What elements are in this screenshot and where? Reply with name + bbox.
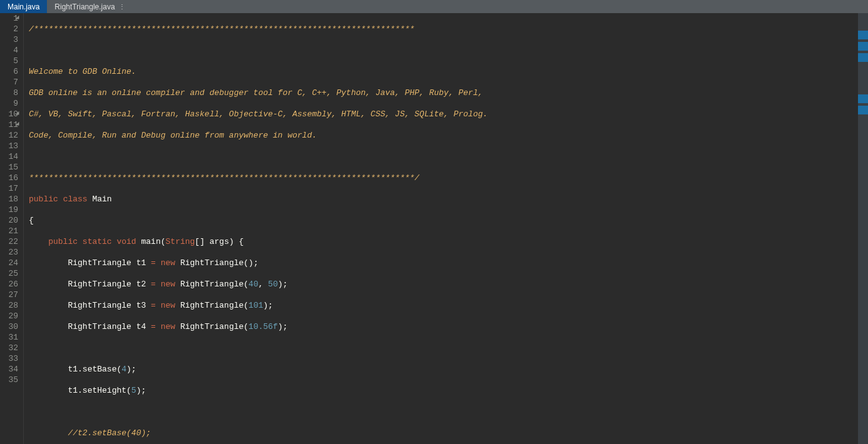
line-number: 19	[3, 204, 18, 215]
code-text: 101	[248, 301, 263, 310]
line-number: 7	[3, 77, 18, 88]
code-text: =	[151, 301, 156, 310]
line-number: 30	[3, 321, 18, 332]
line-number: 18	[3, 194, 18, 204]
line-number: 13	[3, 141, 18, 151]
line-number: 17	[3, 183, 18, 194]
code-text: 10.56f	[248, 322, 278, 331]
tab-menu-icon[interactable]: ⋮	[119, 3, 125, 10]
code-text: RightTriangle t2	[68, 280, 151, 289]
line-number: 1	[3, 13, 18, 24]
code-text: Welcome to GDB Online.	[29, 67, 136, 76]
code-text: new	[161, 280, 175, 289]
line-number: 27	[3, 290, 18, 300]
code-text: );	[136, 386, 146, 395]
code-text: ****************************************…	[29, 173, 419, 183]
line-number: 9	[3, 98, 18, 109]
scroll-marker	[858, 106, 868, 114]
code-text: Main	[92, 194, 111, 204]
code-text: =	[151, 280, 156, 289]
line-number: 34	[3, 364, 18, 375]
fold-icon[interactable]	[16, 122, 21, 127]
code-text: =	[151, 258, 156, 268]
line-number: 15	[3, 162, 18, 173]
code-text: RightTriangle t1	[68, 258, 151, 268]
scroll-marker	[858, 31, 868, 39]
code-text: );	[278, 280, 288, 289]
code-text: [] args) {	[195, 237, 243, 246]
code-text: void	[116, 237, 136, 246]
line-number: 2	[3, 24, 18, 34]
code-text: );	[263, 301, 273, 310]
line-number: 23	[3, 247, 18, 258]
line-number: 28	[3, 300, 18, 311]
code-text: main	[141, 237, 161, 246]
tab-label: RightTriangle.java	[54, 3, 115, 11]
line-gutter: 1234567891011121314151617181920212223242…	[0, 13, 24, 444]
code-text: 5	[131, 386, 136, 395]
code-text: t1.setHeight(	[68, 386, 131, 395]
line-number: 21	[3, 226, 18, 236]
code-text: String	[166, 237, 195, 246]
code-text: //t2.setBase(40);	[68, 428, 151, 438]
code-text: {	[29, 216, 34, 225]
line-number: 33	[3, 353, 18, 364]
editor-area: 1234567891011121314151617181920212223242…	[0, 13, 868, 444]
scroll-marker	[858, 94, 868, 103]
code-text: new	[161, 301, 175, 310]
code-text: RightTriangle();	[175, 258, 258, 268]
line-number: 4	[3, 45, 18, 56]
code-text: new	[161, 258, 175, 268]
code-text: );	[126, 365, 136, 374]
line-number: 11	[3, 119, 18, 130]
line-number: 24	[3, 258, 18, 268]
scrollbar[interactable]	[858, 13, 868, 444]
line-number: 10	[3, 109, 18, 119]
line-number: 25	[3, 268, 18, 279]
code-text: 50	[268, 280, 278, 289]
code-text: class	[63, 194, 88, 204]
code-text: t1.setBase(	[68, 365, 121, 374]
code-editor[interactable]: /***************************************…	[24, 13, 858, 444]
line-number: 20	[3, 215, 18, 226]
line-number: 22	[3, 236, 18, 247]
code-text: RightTriangle(	[175, 280, 248, 289]
scroll-marker	[858, 42, 868, 51]
line-number: 26	[3, 279, 18, 290]
line-number: 12	[3, 130, 18, 141]
line-number: 6	[3, 66, 18, 77]
tab-label: Main.java	[8, 3, 39, 11]
code-text: C#, VB, Swift, Pascal, Fortran, Haskell,…	[29, 109, 488, 119]
fold-icon[interactable]	[16, 16, 21, 21]
code-text: static	[83, 237, 112, 246]
code-text: RightTriangle t4	[68, 322, 151, 331]
tab-righttriangle-java[interactable]: RightTriangle.java ⋮	[47, 0, 132, 13]
code-text: Code, Compile, Run and Debug online from…	[29, 131, 317, 140]
code-text: 4	[121, 365, 126, 374]
line-number: 3	[3, 34, 18, 45]
code-text: RightTriangle(	[175, 322, 248, 331]
code-text: RightTriangle t3	[68, 301, 151, 310]
line-number: 31	[3, 332, 18, 343]
code-text: =	[151, 322, 156, 331]
code-text: 40	[248, 280, 258, 289]
code-text: ,	[258, 280, 268, 289]
line-number: 5	[3, 56, 18, 66]
code-text: public	[29, 194, 58, 204]
scroll-marker	[858, 53, 868, 62]
line-number: 35	[3, 375, 18, 385]
code-text: /***************************************…	[29, 24, 414, 34]
line-number: 14	[3, 151, 18, 162]
code-text: new	[161, 322, 175, 331]
code-text: RightTriangle(	[175, 301, 248, 310]
line-number: 29	[3, 311, 18, 321]
tab-bar: Main.java RightTriangle.java ⋮	[0, 0, 868, 13]
code-text: GDB online is an online compiler and deb…	[29, 88, 483, 98]
code-text: public	[48, 237, 78, 246]
code-text: );	[278, 322, 288, 331]
line-number: 8	[3, 88, 18, 98]
fold-icon[interactable]	[16, 111, 21, 116]
tab-main-java[interactable]: Main.java	[0, 0, 47, 13]
line-number: 32	[3, 343, 18, 353]
line-number: 16	[3, 173, 18, 183]
